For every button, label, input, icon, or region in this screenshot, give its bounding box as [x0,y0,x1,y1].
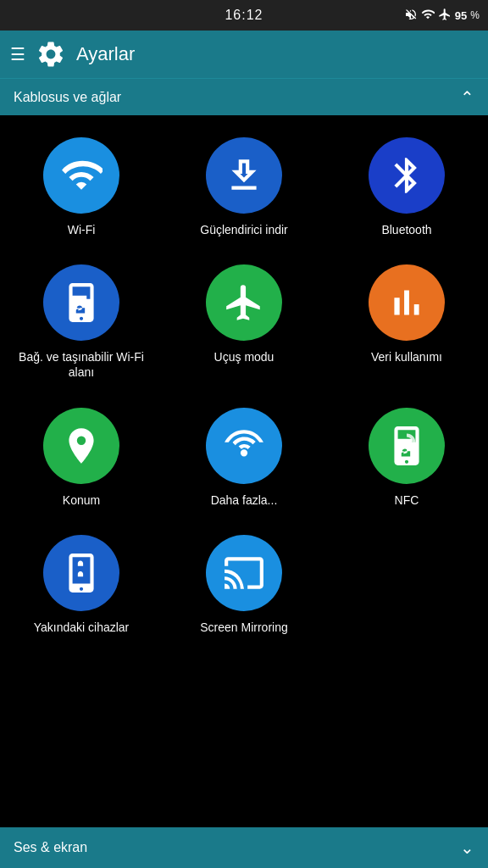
nfc-icon [385,425,428,467]
daha-label: Daha fazla... [211,492,278,508]
download-icon-circle [206,137,282,214]
top-bar: ☰ Ayarlar [0,31,488,78]
menu-icon[interactable]: ☰ [10,44,25,64]
more-wireless-icon [223,425,265,467]
ucus-label: Uçuş modu [214,349,274,364]
settings-grid: Wi-Fi Güçlendirici indir Bluetooth Bağ. … [0,115,488,657]
location-icon [60,425,103,467]
status-bar: 16:12 95 % [0,0,488,31]
nfc-label: NFC [395,492,419,508]
bag-wifi-item[interactable]: Bağ. ve taşınabilir Wi-Fi alanı [0,251,163,393]
nfc-icon-circle [369,408,445,484]
mute-icon [404,8,418,24]
bluetooth-item[interactable]: Bluetooth [325,124,488,251]
wifi-icon-circle [43,137,119,214]
screen-mirror-item[interactable]: Screen Mirroring [163,521,325,648]
airplane-icon-circle [206,264,282,341]
bar-chart-icon-circle [369,264,445,341]
status-time: 16:12 [225,8,263,23]
bottom-title: Ses & ekran [14,840,87,855]
screen-mirror-icon [223,552,265,594]
airplane-status-icon [438,8,452,24]
guclendir-item[interactable]: Güçlendirici indir [163,124,325,251]
yakindaki-item[interactable]: Yakındaki cihazlar [0,521,163,648]
wifi-icon [60,154,103,197]
screen-mirror-icon-circle [206,535,282,611]
portable-wifi-icon [60,281,103,324]
section-header: Kablosus ve ağlar ⌃ [0,78,488,115]
battery-level: 95 [455,9,467,22]
wifi-label: Wi-Fi [68,222,96,237]
yakindaki-label: Yakındaki cihazlar [34,620,130,635]
more-wireless-icon-circle [206,408,282,484]
section-collapse-button[interactable]: ⌃ [460,87,474,108]
veri-item[interactable]: Veri kullanımı [325,251,488,393]
wifi-item[interactable]: Wi-Fi [0,124,163,251]
ucus-item[interactable]: Uçuş modu [163,251,325,393]
daha-item[interactable]: Daha fazla... [163,394,325,521]
section-expand-button[interactable]: ⌄ [460,837,474,858]
bluetooth-icon-circle [369,137,445,214]
gear-icon [36,39,66,70]
bottom-bar: Ses & ekran ⌄ [0,827,488,868]
konum-item[interactable]: Konum [0,394,163,521]
konum-label: Konum [63,492,100,508]
airplane-icon [223,281,265,324]
bluetooth-icon [385,154,428,197]
status-icons: 95 % [404,8,480,24]
wifi-status-icon [421,8,435,24]
bar-chart-icon [385,281,428,324]
nfc-item[interactable]: NFC [325,394,488,521]
bluetooth-label: Bluetooth [381,222,431,237]
nearby-icon [60,552,103,594]
portable-wifi-icon-circle [43,264,119,341]
screen-mirror-label: Screen Mirroring [200,620,287,635]
download-icon [223,154,265,197]
bag-wifi-label: Bağ. ve taşınabilir Wi-Fi alanı [7,349,156,380]
guclendir-label: Güçlendirici indir [200,222,287,237]
page-title: Ayarlar [76,43,135,65]
section-title: Kablosus ve ağlar [14,90,121,105]
nearby-icon-circle [43,535,119,611]
battery-percent: % [470,9,480,21]
veri-label: Veri kullanımı [371,349,442,364]
location-icon-circle [43,408,119,484]
